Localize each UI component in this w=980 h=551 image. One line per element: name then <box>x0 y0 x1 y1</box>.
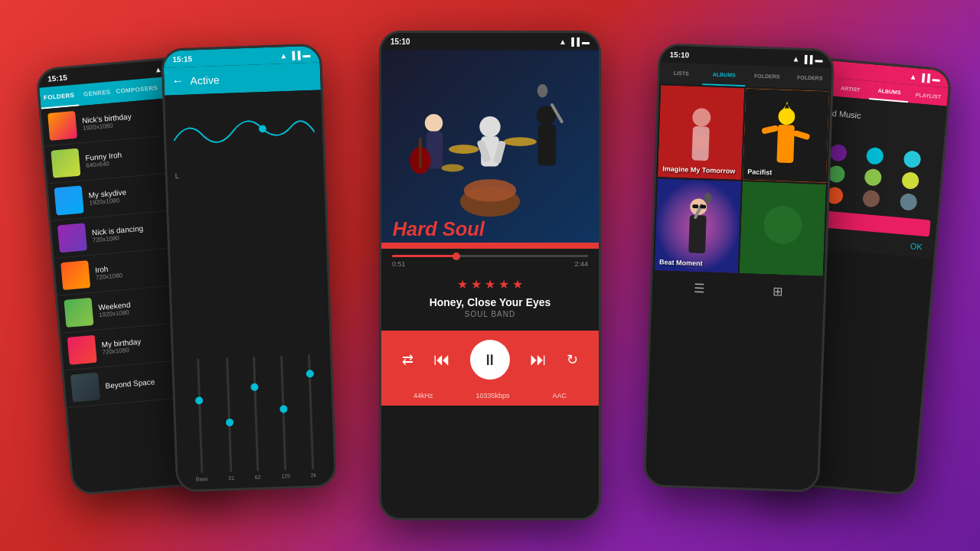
left-time: 15:15 <box>47 73 67 83</box>
album-card-2[interactable]: Pacifist <box>743 88 829 183</box>
eq-dot-125 <box>279 405 287 412</box>
progress-track[interactable] <box>392 255 588 257</box>
album-label-2: Pacifist <box>747 168 772 176</box>
thumb-dancing <box>57 223 87 253</box>
rating-stars[interactable]: ★ ★ ★ ★ ★ <box>457 277 523 292</box>
color-blue-grey[interactable] <box>899 193 917 211</box>
svg-rect-38 <box>700 204 706 208</box>
svg-point-4 <box>449 145 479 154</box>
svg-point-11 <box>425 114 443 132</box>
signal-icon-albums: ▐▐ <box>802 54 813 63</box>
tab-artist2[interactable]: ARTIST <box>830 78 871 99</box>
album-bg-4 <box>740 181 826 276</box>
repeat-button[interactable]: ↻ <box>567 351 578 368</box>
signal-icon-player: ▐▐ <box>569 37 580 46</box>
grid-view-icon[interactable]: ⊞ <box>772 284 782 298</box>
albums-bottom-bar: ☰ ⊞ <box>652 273 824 306</box>
color-light-cyan[interactable] <box>903 150 921 168</box>
band-illustration: Hard Soul <box>381 50 599 249</box>
eq-dot-62 <box>250 383 258 391</box>
eq-title: Active <box>190 73 220 86</box>
eq-dot-31 <box>225 419 233 426</box>
eq-slider-125[interactable]: 125 <box>277 355 290 478</box>
tab-playlist[interactable]: PLAYLIST <box>908 84 949 106</box>
back-arrow-icon[interactable]: ← <box>172 74 185 89</box>
prev-button[interactable]: ⏮ <box>433 350 450 370</box>
wifi-icon-player: ▲ <box>559 37 567 46</box>
eq-dot-bass <box>195 396 203 404</box>
svg-point-5 <box>504 137 537 146</box>
album-art-4 <box>740 181 826 276</box>
player-time: 15:10 <box>390 37 410 46</box>
eq-controls: Bass 31 62 <box>181 340 326 482</box>
eq-dot-2k <box>306 370 314 377</box>
progress-area[interactable]: 0:51 2:44 <box>381 249 599 271</box>
wifi-icon-albums: ▲ <box>792 54 799 63</box>
eq-track-62 <box>253 357 259 471</box>
eq-slider-2k[interactable]: 2k <box>306 354 316 478</box>
album-label-3: Beat Moment <box>659 258 703 267</box>
color-light-green[interactable] <box>864 168 882 187</box>
albums-grid: Imagine My Tomorrow <box>653 83 831 278</box>
eq-slider-62[interactable]: 62 <box>250 357 260 480</box>
list-view-icon[interactable]: ☰ <box>694 281 705 295</box>
eq-track-2k <box>308 354 314 469</box>
eq-track-31 <box>226 357 232 472</box>
svg-point-6 <box>441 165 463 172</box>
tab-folders2-albums[interactable]: FOLDERS <box>788 67 831 90</box>
eq-channel-label: L <box>175 167 316 180</box>
svg-rect-37 <box>692 204 698 208</box>
pause-button[interactable]: ⏸ <box>470 340 510 380</box>
thumb-birthday <box>47 111 77 141</box>
battery-icon-albums: ▬ <box>815 55 822 64</box>
total-time: 2:44 <box>574 260 588 268</box>
album-card-1[interactable]: Imagine My Tomorrow <box>658 85 744 180</box>
player-status-bar: 15:10 ▲ ▐▐ ▬ <box>381 33 599 50</box>
phone-eq: 15:15 ▲ ▐▐ ▬ ← Active L <box>161 44 337 493</box>
svg-rect-16 <box>538 125 557 166</box>
svg-point-3 <box>464 179 517 201</box>
eq-wave-svg <box>172 98 315 164</box>
battery-icon-settings: ▬ <box>932 74 940 83</box>
star-1[interactable]: ★ <box>457 277 468 292</box>
tab-folders-albums[interactable]: FOLDERS <box>745 65 789 88</box>
star-5[interactable]: ★ <box>512 277 523 292</box>
album-card-3[interactable]: Beat Moment <box>655 178 741 273</box>
thumb-skydive <box>54 186 84 216</box>
color-lime[interactable] <box>901 171 920 190</box>
svg-rect-14 <box>419 138 422 168</box>
tab-albums[interactable]: ALBUMS <box>702 64 746 86</box>
song-artist: SOUL BAND <box>465 310 515 318</box>
svg-text:Hard Soul: Hard Soul <box>393 218 485 240</box>
album-card-4[interactable] <box>740 181 826 276</box>
tab-genres[interactable]: GENRES <box>77 81 117 106</box>
eq-track-125 <box>280 356 286 471</box>
next-button[interactable]: ⏭ <box>530 350 547 370</box>
album-art: Hard Soul <box>381 50 599 249</box>
tab-lists[interactable]: LISTS <box>659 62 703 85</box>
audio-bitrate: 10335kbps <box>475 392 509 399</box>
albums-time: 15:10 <box>670 50 690 59</box>
eq-time: 15:15 <box>172 54 192 64</box>
tab-folders[interactable]: FOLDERS <box>39 85 79 109</box>
eq-slider-bass[interactable]: Bass <box>191 358 207 481</box>
song-title: Honey, Close Your Eyes <box>430 296 551 308</box>
wifi-icon-eq: ▲ <box>279 51 287 60</box>
color-cyan[interactable] <box>866 147 884 165</box>
tab-composers[interactable]: COMPOSERS <box>115 77 158 103</box>
svg-rect-28 <box>776 125 795 163</box>
progress-dot <box>452 253 460 260</box>
battery-icon-eq: ▬ <box>302 51 310 59</box>
eq-slider-31[interactable]: 31 <box>224 357 234 481</box>
color-dark-purple[interactable] <box>828 144 847 162</box>
shuffle-button[interactable]: ⇄ <box>402 351 413 368</box>
thumb-funny <box>51 148 80 178</box>
star-2[interactable]: ★ <box>471 277 482 292</box>
color-brown[interactable] <box>862 190 880 208</box>
star-3[interactable]: ★ <box>485 277 495 292</box>
eq-wave <box>172 98 315 164</box>
phone-player: 15:10 ▲ ▐▐ ▬ <box>379 31 601 520</box>
tab-albums-settings[interactable]: ALBUMS <box>869 81 910 103</box>
star-4[interactable]: ★ <box>498 277 509 292</box>
battery-icon-player: ▬ <box>582 37 590 46</box>
